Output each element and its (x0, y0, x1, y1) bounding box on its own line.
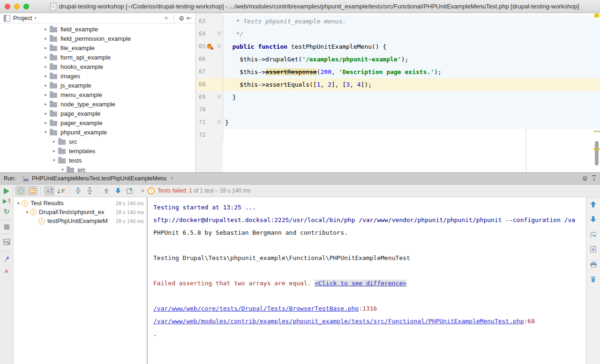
chevron-right-icon[interactable]: ▸ (42, 111, 49, 116)
run-settings-gear-button[interactable]: ⚙▾ (582, 175, 585, 182)
sort-alphabetically-button[interactable]: ↓ az (44, 186, 54, 195)
console-link[interactable]: /var/www/web/core/tests/Drupal/Tests/Bro… (153, 305, 359, 312)
hide-panel-icon[interactable]: ⇤ (187, 15, 192, 22)
fold-marker-icon[interactable] (217, 44, 221, 49)
previous-failed-test-button[interactable] (101, 186, 112, 195)
chevron-down-icon[interactable]: ▾ (59, 167, 66, 172)
test-tree-item[interactable]: ▾!Drupal\Tests\phpunit_ex28 s 140 ms (14, 208, 147, 216)
up-the-stack-trace-button[interactable] (590, 201, 596, 209)
down-the-stack-trace-button[interactable] (590, 216, 596, 224)
overflow-chevron-icon[interactable]: » (141, 187, 144, 194)
close-window-button[interactable] (5, 4, 10, 9)
error-stripe-mark[interactable] (594, 14, 599, 17)
chevron-right-icon[interactable]: ▸ (42, 83, 49, 88)
error-stripe-mark[interactable] (593, 149, 600, 150)
tree-item-file_example[interactable]: ▸file_example (0, 43, 195, 52)
tree-item-field_example[interactable]: ▸field_example (0, 24, 195, 34)
collapse-all-button[interactable] (84, 186, 95, 195)
tree-item-node_type_example[interactable]: ▸node_type_example (0, 99, 195, 109)
chevron-down-icon[interactable]: ▾ (42, 130, 49, 134)
show-ignored-button[interactable] (27, 186, 38, 195)
test-failed-gutter-icon[interactable]: ! (207, 44, 213, 50)
fold-marker-icon[interactable] (217, 31, 221, 36)
console-link[interactable]: /var/www/web/modules/contrib/examples/ph… (153, 318, 524, 325)
chevron-right-icon[interactable]: ▸ (42, 92, 49, 97)
code-text[interactable]: public function testPhpUnitExampleMenu()… (223, 40, 600, 53)
zoom-window-button[interactable] (23, 4, 29, 9)
tree-item-form_api_example[interactable]: ▸form_api_example (0, 52, 195, 62)
console-link[interactable]: <Click to see difference> (315, 280, 406, 287)
chevron-down-icon[interactable]: ▾ (34, 16, 36, 20)
tree-item-phpunit_example[interactable]: ▾phpunit_example (0, 127, 195, 137)
code-text[interactable]: $this->drupalGet('/examples/phpunit-exam… (223, 53, 600, 66)
hide-panel-icon[interactable]: ↓ (592, 175, 596, 182)
tree-item-page_example[interactable]: ▸page_example (0, 109, 195, 118)
soft-wrap-button[interactable] (590, 231, 597, 239)
test-tree-item[interactable]: !testPhpUnitExampleM28 s 140 ms (14, 216, 147, 225)
export-test-results-button[interactable] (125, 186, 135, 195)
tree-item-templates[interactable]: ▸templates (0, 146, 195, 156)
project-panel-header: Project ▾ ÷ ⚙▾ ⇤ (0, 13, 195, 23)
close-panel-button[interactable]: ✕ (4, 268, 9, 275)
collapse-expand-icon[interactable]: ÷ (164, 15, 169, 22)
chevron-down-icon[interactable]: ▾ (15, 201, 22, 206)
code-text[interactable]: */ (223, 28, 600, 40)
rerun-failed-tests-button[interactable]: ! (3, 198, 10, 205)
tree-item-src[interactable]: ▸src (0, 137, 195, 146)
code-text[interactable]: * Tests phpunit_example menus. (223, 15, 600, 28)
pin-tab-button[interactable] (3, 256, 10, 265)
chevron-right-icon[interactable]: ▸ (42, 27, 49, 31)
test-tree-item[interactable]: ▾!Test Results28 s 140 ms (14, 199, 147, 208)
toggle-auto-test-button[interactable]: ↻ (4, 208, 10, 215)
scroll-to-end-button[interactable] (590, 246, 596, 254)
chevron-right-icon[interactable]: ▸ (42, 55, 49, 59)
fold-marker-icon[interactable] (217, 95, 221, 99)
code-text[interactable] (223, 104, 600, 116)
main-split: Project ▾ ÷ ⚙▾ ⇤ ▸field_example▸field_pe… (0, 13, 600, 172)
chevron-right-icon[interactable]: ▸ (42, 45, 49, 50)
editor-scrollbar[interactable] (593, 13, 600, 172)
rerun-button[interactable] (4, 188, 9, 194)
clear-all-button[interactable] (590, 276, 596, 284)
chevron-right-icon[interactable]: ▸ (42, 36, 49, 41)
tree-item-tests[interactable]: ▾tests (0, 156, 195, 165)
tree-item-hooks_example[interactable]: ▸hooks_example (0, 62, 195, 71)
chevron-right-icon[interactable]: ▸ (51, 149, 58, 153)
scrollbar-thumb[interactable] (595, 141, 599, 165)
chevron-down-icon[interactable]: ▾ (24, 210, 30, 215)
chevron-right-icon[interactable]: ▸ (51, 139, 58, 144)
code-text[interactable]: $this->assertEquals([1, 2], [3, 4]); (223, 78, 600, 91)
console-text: PHPUnit 6.5.8 by Sebastian Bergmann and … (153, 229, 348, 236)
tree-item-field_permission_example[interactable]: ▸field_permission_example (0, 34, 195, 43)
expand-all-button[interactable] (73, 186, 83, 195)
print-button[interactable] (590, 261, 597, 269)
tree-item-js_example[interactable]: ▸js_example (0, 81, 195, 90)
sort-by-duration-button[interactable]: ↓ (56, 186, 66, 195)
close-tab-icon[interactable]: ✕ (170, 176, 174, 181)
minimize-window-button[interactable] (14, 4, 20, 9)
console-output[interactable]: Testing started at 13:25 ...sftp://docke… (148, 197, 586, 364)
error-stripe-mark[interactable] (593, 131, 600, 132)
chevron-right-icon[interactable]: ▸ (42, 102, 49, 106)
chevron-right-icon[interactable]: ▸ (42, 74, 49, 78)
code-text[interactable] (223, 129, 600, 141)
show-passed-button[interactable]: ✓ (15, 186, 26, 195)
project-header-label[interactable]: Project (13, 15, 32, 22)
tree-item-images[interactable]: ▸images (0, 71, 195, 81)
code-text[interactable]: $this->assertResponse(200, 'Description … (223, 66, 600, 78)
code-text[interactable]: } (223, 116, 600, 129)
restore-layout-button[interactable] (3, 238, 10, 247)
code-editor[interactable]: 63 * Tests phpunit_example menus.64 */65… (196, 13, 600, 172)
settings-gear-button[interactable]: ⚙▾ (179, 15, 182, 22)
chevron-right-icon[interactable]: ▸ (42, 120, 49, 125)
chevron-right-icon[interactable]: ▸ (42, 64, 49, 69)
code-text[interactable]: } (223, 91, 600, 104)
tree-item-pager_example[interactable]: ▸pager_example (0, 118, 195, 127)
fold-marker-icon[interactable] (217, 120, 221, 125)
tree-item-src[interactable]: ▾src (0, 165, 195, 172)
stop-button[interactable] (4, 224, 9, 230)
run-tab[interactable]: php ✓ PHPUnitExampleMenuTest.testPhpUnit… (22, 175, 173, 182)
tree-item-menu_example[interactable]: ▸menu_example (0, 90, 195, 99)
chevron-down-icon[interactable]: ▾ (51, 158, 58, 163)
next-failed-test-button[interactable] (113, 186, 123, 195)
